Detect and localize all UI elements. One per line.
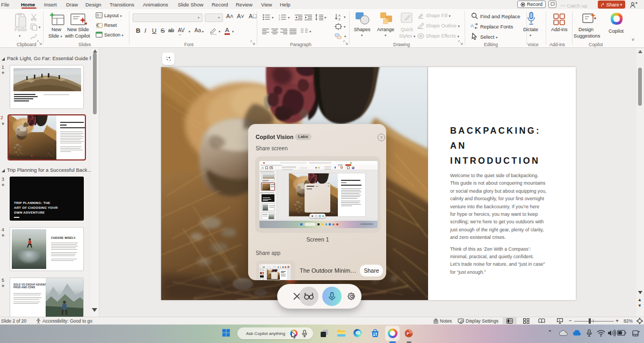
svg-text:A: A: [471, 23, 474, 28]
svg-text:3: 3: [279, 18, 280, 21]
svg-text:Z: Z: [338, 18, 341, 21]
svg-text:P: P: [407, 331, 409, 336]
svg-text:A: A: [338, 14, 341, 17]
